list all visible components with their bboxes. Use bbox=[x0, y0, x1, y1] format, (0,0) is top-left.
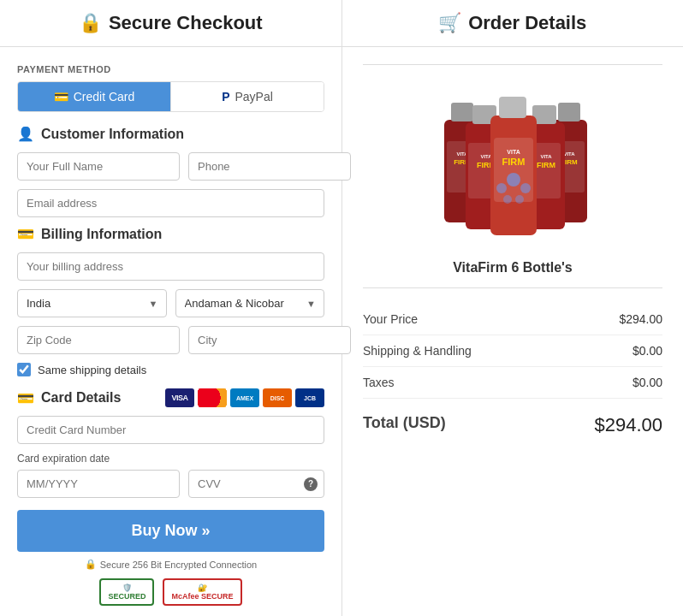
credit-card-tab[interactable]: 💳 Credit Card bbox=[18, 82, 171, 111]
card-details-header: 💳 Card Details VISA AMEX DISC JCB bbox=[17, 388, 324, 407]
jcb-logo: JCB bbox=[295, 388, 324, 407]
secure-note: 🔒 Secure 256 Bit Encrypted Connection bbox=[17, 559, 324, 570]
cvv-help-icon[interactable]: ? bbox=[304, 477, 318, 491]
bottles-svg: VITA FIRM VITA FIRM bbox=[401, 86, 624, 248]
svg-text:VITA: VITA bbox=[507, 149, 520, 155]
country-dropdown-wrap: India United States United Kingdom Austr… bbox=[17, 289, 167, 317]
header-divider bbox=[363, 64, 662, 65]
total-label: Total (USD) bbox=[363, 414, 446, 436]
expiry-cvv-row: ? bbox=[17, 470, 324, 498]
paypal-label: PayPal bbox=[235, 90, 272, 104]
billing-info-heading: 💳 Billing Information bbox=[17, 226, 324, 242]
credit-card-icon: 💳 bbox=[54, 90, 68, 104]
product-image-area: VITA FIRM VITA FIRM bbox=[363, 77, 662, 248]
price-label: Your Price bbox=[363, 312, 418, 326]
cart-icon: 🛒 bbox=[438, 12, 461, 34]
full-name-input[interactable] bbox=[17, 152, 180, 181]
country-state-row: India United States United Kingdom Austr… bbox=[17, 289, 324, 317]
svg-rect-6 bbox=[558, 103, 580, 121]
discover-logo: DISC bbox=[263, 388, 292, 407]
svg-rect-1 bbox=[451, 103, 473, 121]
expiry-input[interactable] bbox=[17, 470, 180, 498]
billing-address-input[interactable] bbox=[17, 252, 324, 281]
paypal-tab[interactable]: P PayPal bbox=[171, 82, 324, 111]
mcafee-icon: 🔐 bbox=[198, 583, 207, 592]
card-heading-text: Card Details bbox=[41, 390, 121, 406]
price-value: $294.00 bbox=[619, 312, 662, 326]
page-header: 🔒 Secure Checkout 🛒 Order Details bbox=[0, 0, 683, 47]
svg-text:VITA: VITA bbox=[540, 154, 552, 159]
main-content: PAYMENT METHOD 💳 Credit Card P PayPal 👤 … bbox=[0, 47, 683, 616]
name-phone-row bbox=[17, 152, 324, 181]
total-value: $294.00 bbox=[594, 414, 662, 436]
svg-rect-21 bbox=[499, 97, 526, 118]
customer-heading-text: Customer Information bbox=[41, 127, 184, 142]
same-shipping-checkbox[interactable] bbox=[17, 363, 31, 376]
product-bottles: VITA FIRM VITA FIRM bbox=[401, 86, 624, 248]
card-logos: VISA AMEX DISC JCB bbox=[165, 388, 324, 407]
same-shipping-label: Same shipping details bbox=[38, 364, 146, 376]
paypal-icon: P bbox=[222, 90, 229, 104]
cvv-wrap: ? bbox=[188, 470, 324, 498]
billing-heading-text: Billing Information bbox=[41, 227, 162, 242]
same-shipping-row: Same shipping details bbox=[17, 363, 324, 376]
svg-point-29 bbox=[515, 195, 524, 204]
order-row-total: Total (USD) $294.00 bbox=[363, 402, 662, 445]
taxes-label: Taxes bbox=[363, 376, 395, 389]
svg-text:VITA: VITA bbox=[563, 151, 575, 157]
email-input[interactable] bbox=[17, 189, 324, 217]
svg-text:FIRM: FIRM bbox=[537, 161, 555, 169]
card-details-heading: 💳 Card Details bbox=[17, 390, 121, 406]
customer-info-heading: 👤 Customer Information bbox=[17, 126, 324, 142]
order-row-taxes: Taxes $0.00 bbox=[363, 367, 662, 399]
taxes-value: $0.00 bbox=[633, 376, 662, 389]
mcafee-badge: 🔐 McAfee SECURE bbox=[163, 578, 241, 606]
zip-city-row bbox=[17, 326, 324, 354]
customer-icon: 👤 bbox=[17, 126, 34, 142]
zip-input[interactable] bbox=[17, 326, 180, 354]
shield-icon: 🛡️ bbox=[122, 583, 132, 592]
lock-small-icon: 🔒 bbox=[85, 559, 97, 570]
credit-card-label: Credit Card bbox=[74, 90, 135, 104]
mastercard-logo bbox=[198, 388, 227, 407]
expiry-label: Card expiration date bbox=[17, 453, 324, 465]
order-details-header: 🛒 Order Details bbox=[342, 0, 684, 46]
payment-tabs: 💳 Credit Card P PayPal bbox=[17, 81, 324, 112]
checkout-title: Secure Checkout bbox=[109, 12, 263, 34]
trust-badges: 🛡️ SECURED 🔐 McAfee SECURE bbox=[17, 578, 324, 606]
city-input[interactable] bbox=[188, 326, 351, 354]
shipping-value: $0.00 bbox=[633, 344, 662, 358]
svg-point-28 bbox=[503, 195, 512, 204]
order-row-price: Your Price $294.00 bbox=[363, 304, 662, 335]
order-title: Order Details bbox=[468, 12, 586, 34]
lock-icon: 🔒 bbox=[79, 12, 102, 34]
order-row-shipping: Shipping & Handling $0.00 bbox=[363, 335, 662, 367]
buy-now-button[interactable]: Buy Now » bbox=[17, 510, 324, 552]
svg-point-27 bbox=[520, 183, 531, 193]
card-number-input[interactable] bbox=[17, 416, 324, 444]
payment-method-label: PAYMENT METHOD bbox=[17, 64, 324, 74]
amex-logo: AMEX bbox=[230, 388, 259, 407]
shipping-label: Shipping & Handling bbox=[363, 344, 472, 358]
checkout-form-panel: PAYMENT METHOD 💳 Credit Card P PayPal 👤 … bbox=[0, 47, 342, 616]
svg-text:FIRM: FIRM bbox=[502, 157, 526, 167]
phone-input[interactable] bbox=[188, 152, 351, 181]
state-dropdown-wrap: Andaman & Nicobar Andhra Pradesh Assam B… bbox=[175, 289, 325, 317]
visa-logo: VISA bbox=[165, 388, 194, 407]
product-name: VitaFirm 6 Bottle's bbox=[363, 260, 662, 288]
secured-badge: 🛡️ SECURED bbox=[99, 578, 154, 606]
billing-icon: 💳 bbox=[17, 226, 34, 242]
secure-checkout-header: 🔒 Secure Checkout bbox=[0, 0, 342, 46]
country-select[interactable]: India United States United Kingdom Austr… bbox=[17, 289, 167, 317]
svg-point-26 bbox=[496, 183, 507, 193]
state-select[interactable]: Andaman & Nicobar Andhra Pradesh Assam B… bbox=[175, 289, 325, 317]
card-icon: 💳 bbox=[17, 390, 34, 406]
order-details-panel: VITA FIRM VITA FIRM bbox=[342, 47, 683, 616]
svg-point-25 bbox=[507, 173, 520, 187]
